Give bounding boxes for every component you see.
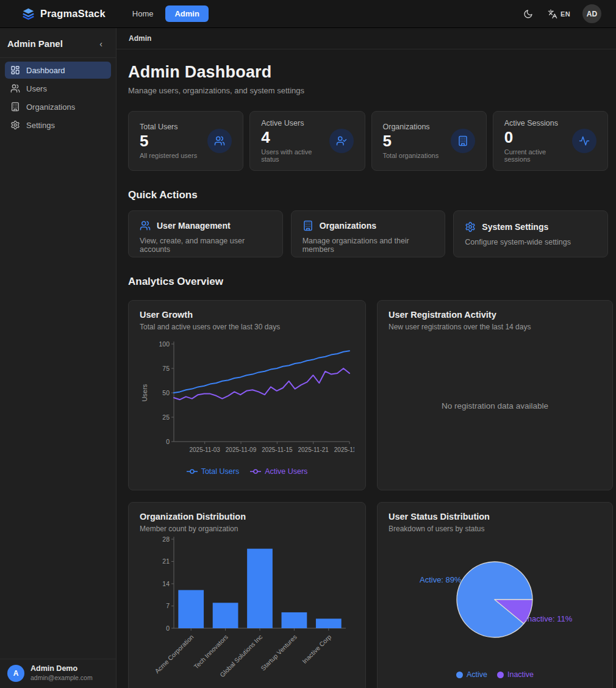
- main-area: Admin Admin Dashboard Manage users, orga…: [116, 28, 616, 688]
- legend-item: Total Users: [187, 467, 240, 476]
- quick-action-title: System Settings: [482, 222, 548, 232]
- stat-description: Total organizations: [383, 152, 439, 159]
- gear-icon: [10, 120, 20, 130]
- sidebar-item-organizations[interactable]: Organizations: [5, 98, 111, 115]
- quick-action-organizations[interactable]: Organizations Manage organizations and t…: [291, 210, 446, 257]
- organization-bar-chart: 07142128Acme CorporationTech InnovatorsG…: [140, 533, 354, 684]
- sidebar-item-settings[interactable]: Settings: [5, 116, 111, 134]
- registration-activity-card: User Registration Activity New user regi…: [377, 300, 613, 490]
- nav-home-link[interactable]: Home: [126, 5, 160, 22]
- quick-action-description: View, create, and manage user accounts: [140, 237, 271, 254]
- svg-text:25: 25: [162, 414, 170, 421]
- activity-icon: [572, 129, 596, 153]
- chart-subtitle: Member count by organization: [140, 525, 354, 533]
- sidebar-item-label: Organizations: [26, 102, 75, 112]
- sidebar-user-name: Admin Demo: [30, 664, 93, 674]
- organization-distribution-card: Organization Distribution Member count b…: [128, 502, 366, 688]
- sidebar-nav: Dashboard Users Or: [0, 58, 116, 137]
- svg-text:2025-11-15: 2025-11-15: [262, 446, 293, 453]
- stat-value: 0: [504, 129, 572, 147]
- nav-admin-link[interactable]: Admin: [165, 5, 208, 22]
- svg-text:Acme Corporation: Acme Corporation: [153, 633, 195, 675]
- brand-title: PragmaStack: [40, 8, 106, 20]
- svg-text:Tech Innovators: Tech Innovators: [192, 633, 229, 670]
- main-nav: Home Admin: [126, 5, 521, 22]
- chart-title: User Growth: [140, 310, 354, 320]
- building-icon: [303, 220, 313, 231]
- svg-text:0: 0: [166, 438, 170, 445]
- language-switcher-button[interactable]: EN: [545, 7, 573, 21]
- dashboard-icon: [10, 65, 20, 75]
- stat-label: Total Users: [140, 123, 197, 131]
- legend-dot: [456, 672, 463, 678]
- top-navbar: PragmaStack Home Admin EN: [0, 0, 616, 28]
- user-status-pie-chart: Active: 89%Inactive: 11%: [389, 536, 601, 669]
- stat-description: Users with active status: [261, 148, 329, 163]
- stat-label: Organizations: [383, 123, 439, 131]
- charts-grid: User Growth Total and active users over …: [128, 300, 608, 688]
- svg-text:2025-11-21: 2025-11-21: [298, 446, 329, 453]
- navbar-actions: EN AD: [521, 4, 601, 23]
- page-subtitle: Manage users, organizations, and system …: [128, 86, 608, 95]
- svg-text:0: 0: [166, 625, 170, 632]
- building-icon: [451, 129, 475, 153]
- sidebar-user-avatar: A: [7, 665, 24, 682]
- stat-value: 4: [261, 129, 329, 147]
- chart-subtitle: New user registrations over the last 14 …: [389, 323, 601, 331]
- admin-sidebar: Admin Panel ‹ Dashboard: [0, 28, 116, 688]
- analytics-heading: Analytics Overview: [128, 276, 608, 288]
- sidebar-item-users[interactable]: Users: [5, 80, 111, 97]
- user-avatar[interactable]: AD: [582, 4, 601, 23]
- stat-card-active-sessions: Active Sessions 0 Current active session…: [493, 111, 608, 171]
- stat-card-organizations: Organizations 5 Total organizations: [371, 111, 487, 171]
- sidebar-title: Admin Panel: [7, 38, 63, 49]
- sidebar-item-label: Settings: [26, 121, 55, 130]
- chart-title: User Status Distribution: [389, 512, 601, 521]
- users-icon: [207, 129, 232, 153]
- gear-icon: [465, 221, 476, 232]
- svg-text:Startup Ventures: Startup Ventures: [259, 633, 298, 672]
- svg-text:100: 100: [159, 340, 170, 348]
- dashboard-content: Admin Dashboard Manage users, organizati…: [116, 49, 616, 688]
- quick-action-user-management[interactable]: User Management View, create, and manage…: [128, 210, 283, 257]
- user-check-icon: [329, 129, 354, 153]
- sidebar-collapse-button[interactable]: ‹: [95, 39, 107, 49]
- theme-toggle-button[interactable]: [521, 7, 535, 21]
- legend-item: Active Users: [250, 467, 307, 476]
- brand[interactable]: PragmaStack: [22, 7, 106, 20]
- chart-title: User Registration Activity: [389, 310, 601, 320]
- sidebar-item-label: Users: [26, 84, 47, 93]
- users-icon: [140, 220, 151, 231]
- svg-text:Users: Users: [141, 384, 148, 401]
- legend-item: Active: [456, 670, 487, 679]
- stat-value: 5: [383, 132, 439, 151]
- pie-chart-legend: ActiveInactive: [456, 670, 534, 679]
- user-status-card: User Status Distribution Breakdown of us…: [377, 502, 613, 688]
- quick-action-description: Configure system-wide settings: [465, 238, 596, 246]
- svg-text:Inactive: 11%: Inactive: 11%: [525, 614, 573, 623]
- quick-actions-grid: User Management View, create, and manage…: [128, 210, 608, 257]
- stat-description: Current active sessions: [504, 148, 572, 163]
- layers-logo-icon: [22, 7, 35, 20]
- page-title: Admin Dashboard: [128, 63, 608, 82]
- stat-value: 5: [140, 132, 197, 151]
- quick-action-title: User Management: [157, 221, 231, 231]
- sidebar-user-email: admin@example.com: [30, 674, 93, 682]
- stat-description: All registered users: [140, 152, 197, 159]
- quick-action-system-settings[interactable]: System Settings Configure system-wide se…: [453, 210, 608, 257]
- user-growth-line-chart: 02550751002025-11-032025-11-092025-11-15…: [140, 339, 354, 465]
- stat-label: Active Users: [261, 119, 329, 127]
- legend-dot: [497, 672, 504, 678]
- chart-subtitle: Total and active users over the last 30 …: [140, 323, 354, 331]
- breadcrumb[interactable]: Admin: [129, 34, 151, 43]
- translate-icon: [548, 9, 557, 19]
- chart-subtitle: Breakdown of users by status: [389, 525, 601, 533]
- quick-actions-heading: Quick Actions: [128, 189, 608, 201]
- stat-card-active-users: Active Users 4 Users with active status: [249, 111, 365, 171]
- stat-card-total-users: Total Users 5 All registered users: [128, 111, 243, 171]
- sidebar-item-dashboard[interactable]: Dashboard: [5, 62, 111, 79]
- svg-text:Inactive Corp: Inactive Corp: [301, 633, 332, 665]
- moon-icon: [523, 9, 533, 19]
- quick-action-description: Manage organizations and their members: [303, 237, 434, 254]
- sidebar-user-card[interactable]: A Admin Demo admin@example.com: [0, 659, 116, 688]
